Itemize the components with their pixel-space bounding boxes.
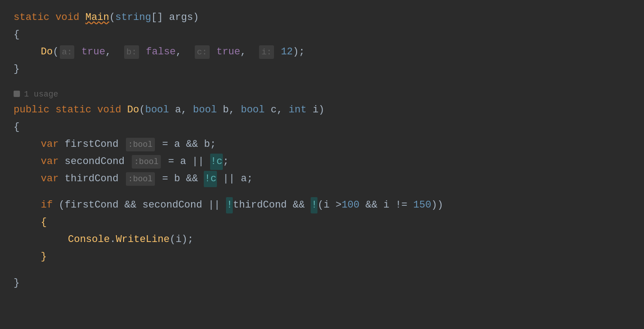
- param-hint-a: a:: [60, 45, 75, 59]
- line-thirdcond: var thirdCond :bool = b && !c || a;: [14, 170, 630, 188]
- method-do-def: Do: [127, 102, 139, 118]
- param-hint-c: c:: [195, 45, 210, 59]
- usage-icon: [14, 91, 20, 97]
- code-editor: static void Main ( string [] args) { Do …: [0, 0, 644, 329]
- neg-c-2: !c: [204, 171, 216, 187]
- spacer-2: [14, 188, 630, 197]
- usage-indicator: 1 usage: [14, 87, 630, 102]
- method-main: Main: [85, 10, 109, 25]
- line-if-statement: if (firstCond && secondCond || ! thirdCo…: [14, 197, 630, 214]
- line-close-brace-1: }: [14, 61, 630, 78]
- usage-text: 1 usage: [24, 88, 58, 101]
- method-writeline: WriteLine: [116, 232, 170, 247]
- kw-string: string: [115, 10, 151, 25]
- type-hint-bool-2: :bool: [132, 155, 161, 169]
- line-open-brace-2: {: [14, 119, 630, 136]
- spacer-3: [14, 266, 630, 275]
- param-hint-b: b:: [124, 45, 139, 59]
- line-writeline: Console . WriteLine (i);: [14, 231, 630, 248]
- param-hint-i: i:: [259, 45, 274, 59]
- line-do-signature: public static void Do ( bool a, bool b, …: [14, 102, 630, 119]
- line-close-brace-2: }: [14, 275, 630, 292]
- neg-paren: !: [311, 197, 317, 213]
- type-hint-bool-3: :bool: [126, 172, 155, 186]
- kw-void-2: void: [97, 102, 121, 118]
- kw-public: public: [14, 102, 49, 118]
- kw-static: static: [14, 10, 49, 25]
- method-do: Do: [41, 44, 53, 60]
- spacer-1: [14, 78, 630, 87]
- line-open-brace-1: {: [14, 26, 630, 44]
- line-close-brace-3: }: [14, 248, 630, 266]
- num-150: 150: [413, 197, 432, 213]
- line-firstcond: var firstCond :bool = a && b;: [14, 136, 630, 153]
- kw-static-2: static: [55, 102, 91, 118]
- line-secondcond: var secondCond :bool = a || !c ;: [14, 153, 630, 170]
- method-console: Console: [68, 232, 110, 247]
- line-do-call: Do ( a: true , b: false , c: true , i: 1…: [14, 44, 630, 61]
- line-open-brace-3: {: [14, 214, 630, 231]
- neg-c-1: !c: [210, 154, 223, 169]
- line-main-signature: static void Main ( string [] args): [14, 9, 630, 26]
- type-hint-bool-1: :bool: [126, 138, 155, 152]
- kw-void: void: [55, 10, 79, 25]
- neg-thirdcond: !: [226, 197, 233, 213]
- num-100: 100: [341, 197, 360, 213]
